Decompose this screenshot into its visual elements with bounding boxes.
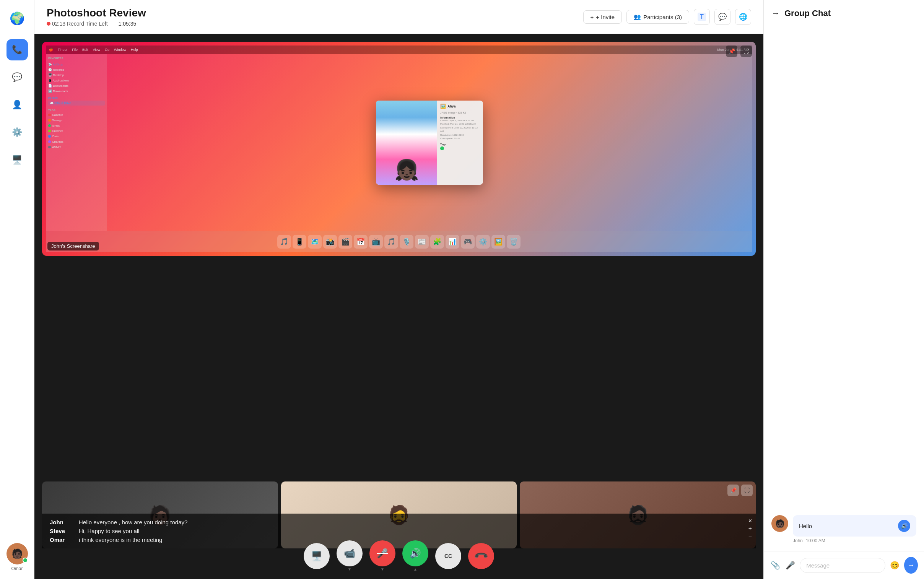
menu-go: Go [105,48,110,52]
attach-button[interactable]: 📎 [770,558,781,572]
chat-bubble-button[interactable]: 💬 [715,9,731,25]
meeting-title: Photoshoot Review [47,7,574,19]
participants-icon: 👥 [634,13,641,20]
finder-sidebar: FAVORITES 📡 AirDrop 🕐 Recents 🖥️ Desktop… [46,54,107,231]
globe-button[interactable]: 🌐 [735,9,751,25]
sidebar: 🌍 📞 💬 👤 ⚙️ 🖥️ 🧑🏿 Omar [0,0,34,579]
dock-icon-14: ⚙️ [476,235,490,249]
sidebar-btn-settings[interactable]: ⚙️ [7,122,28,143]
header-meta: 02:13 Record Time Left 1:05:35 [47,21,574,27]
mac-finder: 🍎 Finder File Edit View Go Window Help M… [46,46,752,252]
speaker-icon: 🔊 [901,523,908,529]
expand-button[interactable]: ⛶ [741,46,752,57]
emoji-button[interactable]: 😊 [889,558,900,572]
sidebar-btn-chat[interactable]: 💬 [7,67,28,88]
chat-back-arrow[interactable]: → [771,8,780,18]
hangup-btn-wrap: 📞 [468,543,494,569]
contacts-icon: 👤 [12,100,22,110]
text-icon: T [698,13,706,21]
invite-button[interactable]: + + Invite [583,10,622,24]
sidebar-btn-screen[interactable]: 🖥️ [7,149,28,170]
captions-close-button[interactable]: × [749,517,752,524]
menu-finder: Finder [58,48,68,52]
dock-icon-6: 📅 [354,235,368,249]
chat-messages: 🧑🏿 Hello 🔊 John 10:00 AM [764,27,924,551]
dock-icon-1: 🎵 [277,235,291,249]
chat-speaker-button[interactable]: 🔊 [898,520,910,532]
photo-card: 👧🏿 🖼️ Aliya JPEG Image · 333 KB [376,101,483,185]
screenshare-toggle-button[interactable]: 🖥️ [304,543,330,569]
chat-msg-time: 10:00 AM [806,538,825,543]
caption-toggle-button[interactable]: CC [435,543,461,569]
hangup-button[interactable]: 📞 [463,537,499,574]
emoji-icon: 😊 [890,561,899,570]
finder-main: 👧🏿 🖼️ Aliya JPEG Image · 333 KB [107,54,752,231]
header-actions: + + Invite 👥 Participants (3) T 💬 🌐 [583,9,751,25]
camera-icon: 📹 [344,548,355,559]
menu-window: Window [114,48,126,52]
dock-icon-8: 🎵 [384,235,398,249]
chat-input-area: 📎 🎤 😊 → [764,551,924,579]
dock-icon-13: 🎮 [461,235,474,249]
app-logo: 🌍 [7,8,28,29]
chat-msg-text-john: Hello [799,523,812,529]
header: Photoshoot Review 02:13 Record Time Left… [34,0,764,34]
message-input[interactable] [800,558,885,573]
dock-icon-12: 📊 [446,235,460,249]
chat-msg-body-john: Hello 🔊 John 10:00 AM [793,515,916,543]
menu-edit: Edit [82,48,88,52]
mute-btn-wrap: 🎤 ▼ [370,540,396,571]
avatar-john-emoji: 🧑🏿 [775,519,785,528]
screen-icon: 🖥️ [12,155,22,165]
photo-name: Aliya [448,105,456,108]
sidebar-btn-phone[interactable]: 📞 [7,39,28,61]
sidebar-user: 🧑🏿 Omar [7,543,28,571]
volume-btn-wrap: 🔊 ▲ [402,540,428,571]
send-button[interactable]: → [904,557,918,574]
mic-button[interactable]: 🎤 [785,558,796,572]
dock-icon-2: 📱 [293,235,306,249]
caption-text-john: Hello everyone , how are you doing today… [79,519,187,525]
participants-button[interactable]: 👥 Participants (3) [626,10,689,24]
header-title-block: Photoshoot Review 02:13 Record Time Left… [47,7,574,27]
avatar-emoji: 🧑🏿 [11,548,23,559]
sidebar-btn-contacts[interactable]: 👤 [7,94,28,116]
volume-chevron[interactable]: ▲ [414,567,417,571]
chat-icon: 💬 [12,72,22,82]
dock-icon-16: 🗑️ [507,235,520,249]
menu-view: View [93,48,100,52]
video-pin-button[interactable]: 📌 [728,484,739,496]
caption-name-john: John [50,519,73,525]
camera-toggle-button[interactable]: 📹 [337,540,363,566]
attach-icon: 📎 [770,561,780,570]
mac-menubar: 🍎 Finder File Edit View Go Window Help M… [46,46,752,54]
mute-icon: 🎤 [377,548,388,559]
screenshare-container: 🍎 Finder File Edit View Go Window Help M… [42,42,756,256]
caption-row-steve: Steve Hi, Happy to see you all [50,528,748,534]
video-expand-button[interactable]: ⛶ [741,484,753,496]
send-icon: → [908,561,914,569]
mute-toggle-button[interactable]: 🎤 [370,540,396,566]
chat-header: → Group Chat [764,0,924,27]
camera-btn-wrap: 📹 ▼ [337,540,363,571]
caption-icon: CC [445,553,452,559]
screenshare-display: 🍎 Finder File Edit View Go Window Help M… [42,42,756,256]
dock-icon-15: 🖼️ [491,235,505,249]
dock-icon-11: 🧩 [430,235,444,249]
chat-bubble-john: Hello 🔊 [793,515,916,536]
participants-label: Participants (3) [643,14,682,20]
record-dot [47,22,51,26]
meeting-timer: 1:05:35 [119,21,137,27]
invite-label: + Invite [596,14,615,20]
caption-text-steve: Hi, Happy to see you all [79,528,139,534]
pin-button[interactable]: 📌 [726,46,738,57]
mute-chevron[interactable]: ▼ [381,567,384,571]
hangup-icon: 📞 [473,548,489,564]
camera-chevron[interactable]: ▼ [348,567,352,571]
captions-expand-button[interactable]: + [749,525,752,532]
volume-toggle-button[interactable]: 🔊 [402,540,428,566]
volume-icon: 🔊 [410,548,421,559]
text-button[interactable]: T [694,9,710,25]
mac-body: FAVORITES 📡 AirDrop 🕐 Recents 🖥️ Desktop… [46,54,752,231]
globe-icon: 🌐 [739,13,747,21]
